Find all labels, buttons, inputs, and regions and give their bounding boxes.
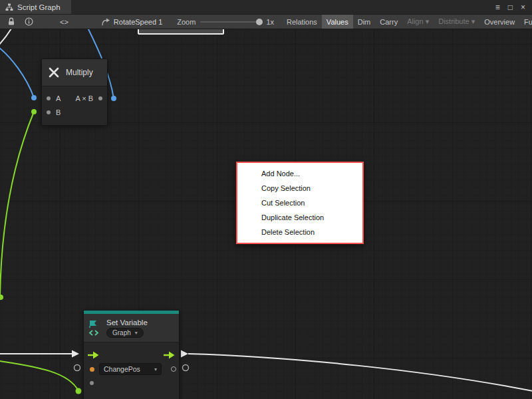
zoom-slider-track (200, 21, 261, 23)
code-view-button[interactable]: <> (55, 15, 73, 29)
caret-down-icon: ▾ (154, 366, 157, 372)
window-controls: ≡ □ × (495, 0, 532, 14)
values-button[interactable]: Values (322, 15, 353, 29)
menu-item-copy-selection[interactable]: Copy Selection (237, 181, 362, 196)
window-menu-icon[interactable]: ≡ (495, 3, 500, 11)
graph-context-menu: Add Node... Copy Selection Cut Selection… (236, 162, 364, 244)
multiply-row-b: B (42, 105, 107, 119)
tab-title: Script Graph (17, 3, 61, 11)
variable-name-value: ChangePos (104, 365, 140, 373)
value-output-port[interactable] (171, 366, 176, 372)
wire-endpoint-green-b (31, 109, 37, 114)
info-icon (25, 17, 33, 26)
input-port-b[interactable] (47, 110, 51, 114)
tab-script-graph[interactable]: Script Graph (0, 0, 71, 14)
multiply-node[interactable]: Multiply A A × B B (41, 59, 108, 126)
variable-name-dropdown[interactable]: ChangePos ▾ (99, 363, 162, 375)
wire-green-bottom (0, 360, 78, 391)
menu-item-delete-selection[interactable]: Delete Selection (237, 225, 362, 239)
set-variable-header[interactable]: Set Variable Graph ▾ (84, 314, 179, 342)
menu-item-duplicate-selection[interactable]: Duplicate Selection (237, 210, 362, 225)
close-icon[interactable]: × (521, 3, 525, 11)
variable-scope-value: Graph (112, 329, 131, 336)
menu-item-cut-selection[interactable]: Cut Selection (237, 196, 362, 210)
flow-output-arrow-icon[interactable] (164, 351, 175, 359)
wire-blue-input-a (0, 45, 34, 98)
wire-arrowhead-out (181, 350, 188, 358)
overview-button[interactable]: Overview (479, 15, 519, 29)
wire-endpoint-blue-out (111, 96, 116, 101)
maximize-icon[interactable]: □ (508, 3, 513, 11)
align-dropdown-button[interactable]: Align ▾ (402, 15, 434, 29)
zoom-label: Zoom (177, 18, 196, 26)
set-variable-icon (88, 319, 102, 336)
relations-button[interactable]: Relations (282, 15, 322, 29)
script-graph-icon (5, 3, 13, 11)
window-titlebar: Script Graph ≡ □ × (0, 0, 532, 15)
wire-arrowhead-in (72, 350, 79, 358)
multiply-row-a: A A × B (42, 91, 107, 105)
wire-green-input-b (0, 112, 34, 297)
toolbar-buttons: Relations Values Dim Carry Align ▾ Distr… (282, 15, 532, 29)
port-label-output: A × B (75, 94, 93, 102)
wire-white-topleft (0, 29, 13, 48)
zoom-control: Zoom 1x (177, 15, 274, 29)
extra-port-row (84, 378, 179, 388)
set-variable-title: Set Variable (106, 319, 148, 327)
wire-endpoint-green-bottom (76, 388, 82, 394)
carry-button[interactable]: Carry (375, 15, 402, 29)
outer-port-right (183, 365, 189, 371)
lock-icon (7, 17, 15, 26)
multiply-node-title: Multiply (66, 68, 93, 77)
zoom-value: 1x (266, 18, 274, 26)
port-label-a: A (56, 94, 61, 102)
graph-breadcrumb-icon (101, 18, 110, 26)
set-variable-node[interactable]: Set Variable Graph ▾ (83, 310, 180, 399)
info-button[interactable] (20, 15, 38, 29)
multiply-node-body: A A × B B (42, 86, 107, 125)
flow-input-arrow-icon[interactable] (88, 351, 99, 359)
graph-toolbar: <> RotateSpeed 1 Zoom 1x Relations Value… (0, 15, 532, 29)
code-icon: <> (60, 18, 68, 26)
full-screen-button[interactable]: Full Screen (519, 15, 532, 29)
extra-input-port[interactable] (90, 381, 94, 385)
zoom-slider-knob[interactable] (256, 19, 263, 25)
set-variable-texts: Set Variable Graph ▾ (106, 319, 148, 338)
variable-scope-dropdown[interactable]: Graph ▾ (106, 328, 144, 338)
set-variable-body: ChangePos ▾ (84, 342, 179, 399)
port-label-b: B (56, 108, 61, 116)
variable-value-row: ChangePos ▾ (84, 364, 179, 374)
input-port-a[interactable] (47, 96, 51, 100)
distribute-dropdown-button[interactable]: Distribute ▾ (434, 15, 479, 29)
wire-endpoint-green-edge (0, 295, 3, 300)
multiply-icon (47, 66, 61, 79)
dim-button[interactable]: Dim (353, 15, 376, 29)
multiply-node-header[interactable]: Multiply (42, 59, 107, 86)
zoom-slider[interactable] (200, 19, 261, 25)
graph-name: RotateSpeed 1 (114, 18, 162, 26)
wire-white-flow-out (188, 354, 532, 392)
value-input-port[interactable] (90, 367, 94, 372)
output-port[interactable] (98, 96, 102, 100)
caret-down-icon: ▾ (135, 330, 138, 336)
wire-endpoint-blue-a (31, 95, 37, 100)
outer-port-left (74, 365, 80, 371)
partial-node-top[interactable] (138, 29, 224, 35)
flow-port-row (84, 346, 179, 364)
graph-breadcrumb[interactable]: RotateSpeed 1 (96, 15, 168, 29)
lock-button[interactable] (3, 15, 20, 29)
menu-item-add-node[interactable]: Add Node... (237, 166, 362, 181)
